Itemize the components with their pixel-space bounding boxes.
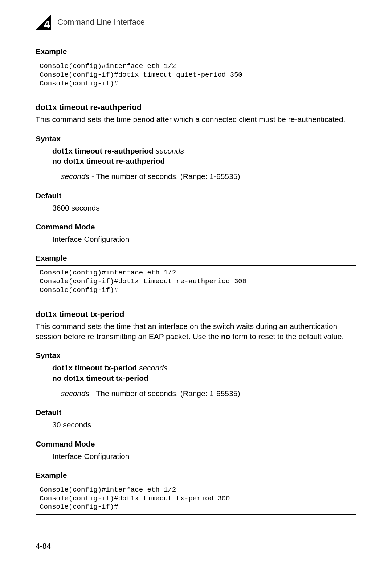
chapter-number-icon: 4 [36, 15, 51, 30]
param-name-2: seconds [61, 389, 89, 398]
code-example-0: Console(config)#interface eth 1/2 Consol… [36, 59, 356, 91]
command-title-reauthperiod: dot1x timeout re-authperiod [36, 103, 356, 112]
syntax-no-form-2: no dot1x timeout tx-period [52, 373, 356, 383]
mode-value-2: Interface Configuration [52, 451, 356, 461]
example-heading-0: Example [36, 47, 356, 56]
example-heading-1: Example [36, 254, 356, 262]
page-header: 4 Command Line Interface [36, 15, 356, 30]
command-description-1: This command sets the time period after … [36, 114, 356, 125]
syntax-cmd-bold-1: dot1x timeout re-authperiod [52, 147, 154, 155]
syntax-heading-2: Syntax [36, 351, 356, 360]
code-example-1: Console(config)#interface eth 1/2 Consol… [36, 265, 356, 298]
mode-heading-1: Command Mode [36, 223, 356, 231]
code-example-2: Console(config)#interface eth 1/2 Consol… [36, 483, 356, 515]
param-name-1: seconds [61, 172, 89, 180]
chapter-title: Command Line Interface [57, 17, 145, 27]
chapter-number-text: 4 [44, 18, 50, 30]
syntax-no-form-1: no dot1x timeout re-authperiod [52, 156, 356, 166]
command-description-2: This command sets the time that an inter… [36, 321, 356, 342]
param-description-2: seconds - The number of seconds. (Range:… [61, 388, 356, 399]
page-number: 4-84 [36, 542, 51, 550]
param-desc-1: - The number of seconds. (Range: 1-65535… [89, 172, 240, 180]
command-title-txperiod: dot1x timeout tx-period [36, 310, 356, 319]
default-heading-2: Default [36, 408, 356, 417]
syntax-command-1: dot1x timeout re-authperiod seconds [52, 146, 356, 156]
syntax-cmd-param-2: seconds [139, 363, 167, 372]
desc2-no: no [221, 332, 230, 341]
default-value-1: 3600 seconds [52, 203, 356, 213]
param-desc-2: - The number of seconds. (Range: 1-65535… [89, 389, 240, 398]
syntax-cmd-param-1: seconds [156, 147, 184, 155]
example-heading-2: Example [36, 471, 356, 480]
mode-heading-2: Command Mode [36, 440, 356, 448]
desc2-post: form to reset to the default value. [230, 332, 344, 341]
syntax-cmd-bold-2: dot1x timeout tx-period [52, 363, 137, 372]
syntax-command-2: dot1x timeout tx-period seconds [52, 363, 356, 373]
param-description-1: seconds - The number of seconds. (Range:… [61, 171, 356, 182]
syntax-heading-1: Syntax [36, 134, 356, 143]
mode-value-1: Interface Configuration [52, 234, 356, 244]
default-value-2: 30 seconds [52, 420, 356, 430]
default-heading-1: Default [36, 191, 356, 200]
